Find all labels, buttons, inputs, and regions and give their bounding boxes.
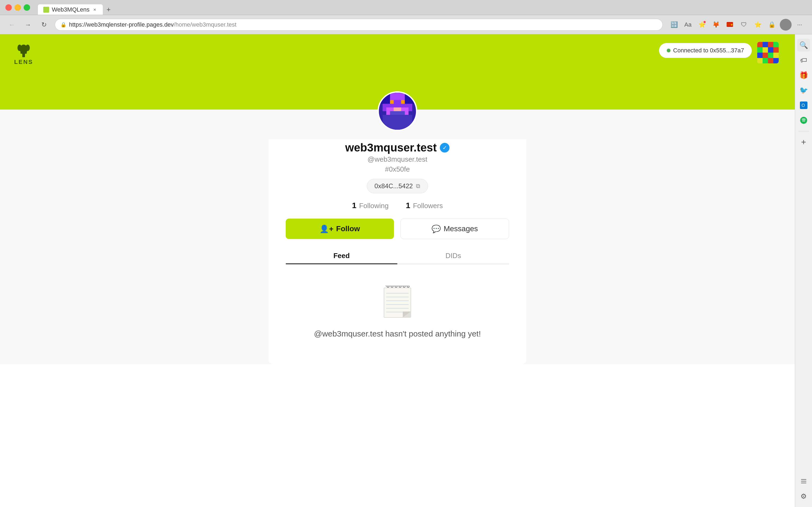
translate-icon[interactable]: 🔡	[668, 19, 680, 31]
svg-text:O: O	[802, 103, 805, 108]
sidebar-spotify-icon[interactable]	[797, 114, 810, 127]
following-label: Following	[359, 202, 389, 210]
sidebar-add-icon[interactable]: +	[797, 135, 810, 149]
main-content: LENS Connected to 0x555...37a7	[0, 35, 795, 507]
messages-button[interactable]: 💬 Messages	[400, 219, 509, 239]
url-path: /home/web3mquser.test	[174, 21, 237, 28]
profile-name: web3mquser.test	[345, 141, 437, 154]
followers-count: 1	[406, 201, 410, 210]
shield-icon[interactable]: 🛡	[738, 19, 750, 31]
svg-rect-19	[768, 53, 773, 58]
address-text: 0x84C...5422	[374, 182, 413, 190]
active-tab[interactable]: Web3MQLens ✕	[38, 4, 103, 15]
followers-label: Followers	[413, 202, 443, 210]
address-bar: ← → ↻ 🔒 https://web3mqlenster-profile.pa…	[0, 15, 812, 35]
profile-card: web3mquser.test ✓ @web3mquser.test #0x50…	[269, 139, 526, 364]
favorites-icon[interactable]: ⭐	[752, 19, 764, 31]
more-options-button[interactable]: ···	[794, 19, 806, 31]
svg-rect-12	[773, 42, 779, 47]
address-pill[interactable]: 0x84C...5422 ⧉	[367, 179, 428, 193]
minimize-button[interactable]	[14, 4, 21, 11]
feed-empty-state: @web3mquser.test hasn't posted anything …	[286, 264, 509, 351]
collections-icon[interactable]: 🔒	[766, 19, 777, 31]
sidebar-gear-icon[interactable]: ⚙	[797, 490, 810, 503]
svg-rect-13	[757, 47, 763, 53]
tabs-row: Feed DIDs	[286, 247, 509, 264]
profile-handle: @web3mquser.test	[367, 155, 427, 164]
sidebar-bird-icon[interactable]: 🐦	[797, 84, 810, 97]
sidebar-outlook-icon[interactable]: O	[797, 99, 810, 112]
svg-rect-29	[390, 100, 394, 104]
browser-body: LENS Connected to 0x555...37a7	[0, 35, 812, 507]
svg-rect-24	[773, 58, 779, 63]
tab-close-button[interactable]: ✕	[92, 7, 98, 12]
svg-rect-15	[768, 47, 773, 53]
user-avatar-header[interactable]	[757, 42, 779, 63]
lens-logo-text: LENS	[14, 59, 33, 65]
svg-rect-2	[731, 24, 733, 25]
connected-dot	[667, 49, 671, 52]
tab-bar: Web3MQLens ✕ +	[38, 0, 113, 15]
svg-rect-58	[801, 483, 806, 484]
follow-icon: 👤+	[320, 225, 333, 233]
svg-rect-17	[757, 53, 763, 58]
actions-row: 👤+ Follow 💬 Messages	[286, 219, 509, 239]
followers-stat[interactable]: 1 Followers	[406, 201, 443, 210]
new-tab-button[interactable]: +	[104, 5, 113, 14]
url-text: https://web3mqlenster-profile.pages.dev/…	[69, 21, 657, 28]
svg-rect-30	[401, 100, 405, 104]
lens-logo[interactable]: LENS	[13, 42, 35, 65]
messages-icon: 💬	[431, 225, 441, 233]
back-button[interactable]: ←	[6, 19, 17, 30]
svg-rect-9	[757, 42, 763, 47]
url-bar[interactable]: 🔒 https://web3mqlenster-profile.pages.de…	[55, 19, 663, 31]
profile-body: web3mquser.test ✓ @web3mquser.test #0x50…	[0, 110, 795, 364]
connected-label: Connected to 0x555...37a7	[673, 47, 744, 54]
refresh-button[interactable]: ↻	[39, 19, 49, 30]
profile-name-row: web3mquser.test ✓	[345, 141, 450, 154]
svg-rect-18	[763, 53, 768, 58]
svg-rect-56	[801, 479, 806, 480]
sidebar-settings-icon[interactable]	[797, 475, 810, 488]
profile-header: LENS Connected to 0x555...37a7	[0, 35, 795, 110]
tab-dids[interactable]: DIDs	[397, 247, 509, 264]
svg-rect-22	[763, 58, 768, 63]
title-bar: Web3MQLens ✕ +	[0, 0, 812, 15]
browser-frame: Web3MQLens ✕ + ← → ↻ 🔒 https://web3mqlen…	[0, 0, 812, 507]
svg-rect-20	[773, 53, 779, 58]
notepad-icon	[381, 286, 413, 322]
profile-id: #0x50fe	[385, 165, 410, 173]
svg-rect-34	[394, 107, 401, 111]
page: LENS Connected to 0x555...37a7	[0, 35, 795, 364]
following-count: 1	[352, 201, 357, 210]
sidebar-gift-icon[interactable]: 🎁	[797, 69, 810, 81]
wallet-icon[interactable]	[724, 19, 736, 31]
svg-rect-21	[757, 58, 763, 63]
svg-rect-36	[405, 93, 416, 104]
sidebar-search-icon[interactable]: 🔍	[797, 39, 810, 52]
follow-button[interactable]: 👤+ Follow	[286, 219, 394, 239]
sidebar-tag-icon[interactable]: 🏷	[797, 54, 810, 67]
metamask-icon[interactable]: 🦊	[710, 19, 722, 31]
copy-icon[interactable]: ⧉	[416, 183, 420, 189]
tab-feed[interactable]: Feed	[286, 247, 397, 264]
svg-rect-57	[801, 481, 806, 482]
svg-rect-10	[763, 42, 768, 47]
following-stat[interactable]: 1 Following	[352, 201, 389, 210]
close-button[interactable]	[5, 4, 12, 11]
forward-button[interactable]: →	[22, 19, 33, 30]
profile-avatar	[378, 91, 417, 131]
svg-rect-14	[763, 47, 768, 53]
svg-rect-16	[773, 47, 779, 53]
svg-rect-33	[383, 115, 412, 130]
right-sidebar: 🔍 🏷 🎁 🐦 O + ⚙	[795, 35, 812, 507]
svg-rect-7	[22, 53, 25, 57]
profile-avatar-button[interactable]	[780, 19, 792, 31]
connected-button[interactable]: Connected to 0x555...37a7	[659, 43, 752, 58]
window-controls	[5, 4, 30, 11]
svg-rect-11	[768, 42, 773, 47]
extensions-icon[interactable]: ⭐	[696, 19, 708, 31]
reader-icon[interactable]: Aa	[682, 19, 694, 31]
svg-point-4	[17, 45, 22, 51]
maximize-button[interactable]	[23, 4, 30, 11]
